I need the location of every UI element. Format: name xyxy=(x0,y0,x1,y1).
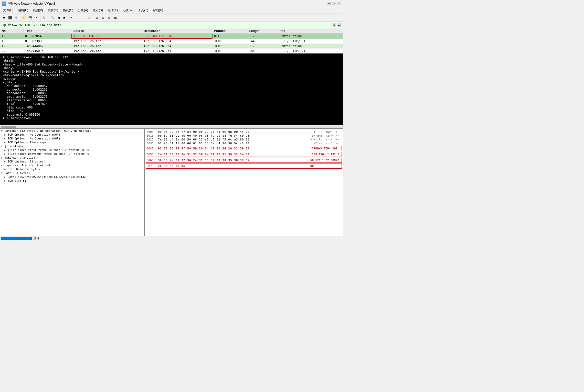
packet-row[interactable]: 1...81.082383192.168.126.132192.168.126.… xyxy=(0,39,343,44)
detail-text: TCP Option - Timestamps xyxy=(8,141,47,144)
filter-input[interactable] xyxy=(2,23,332,27)
packet-row[interactable]: 1...143.444862192.168.126.132192.168.126… xyxy=(0,44,343,49)
menu-item-e[interactable]: 文件(E) xyxy=(1,8,15,13)
detail-line[interactable]: ▶[Time since previous frame in this TCP … xyxy=(0,152,144,156)
goto-button[interactable]: ↩ xyxy=(68,15,73,20)
hex-ascii: ··)[···· )wD···E· xyxy=(310,130,341,134)
menu-item-c[interactable]: 捕获(C) xyxy=(61,8,75,13)
hex-row: 00207e 86 c4 9a 00 50 68 13 a7 d6 81 f5 … xyxy=(146,138,342,141)
mark-button[interactable]: ↑ xyxy=(74,15,80,20)
menu-item-w[interactable]: 无线(W) xyxy=(120,8,135,13)
detail-line[interactable]: ▼[Timestamps] xyxy=(0,144,144,148)
detail-line[interactable]: ▶File Data: 51 bytes xyxy=(0,167,144,171)
detail-line[interactable]: ▶[SEQ/ACK analysis] xyxy=(0,156,144,160)
menu-item-t[interactable]: 工具(T) xyxy=(136,8,150,13)
terminal-line: C:\Users\oneye> xyxy=(3,116,340,120)
filter-controls: ✕ ▶ xyxy=(332,23,341,27)
column-header-protocol[interactable]: Protocol xyxy=(212,29,248,34)
detail-line[interactable]: ▶Data: 50524f585920543443203139322e31363… xyxy=(0,175,144,179)
title-bar-controls: ─ □ ✕ xyxy=(327,2,341,5)
menu-item-g[interactable]: 跳转(G) xyxy=(46,8,60,13)
detail-line[interactable]: ▶[Length: 51] xyxy=(0,179,144,183)
hex-offset: 0000 xyxy=(147,130,156,134)
filter-clear-button[interactable]: ✕ xyxy=(332,23,336,27)
stop-capture-button[interactable]: ⬛ xyxy=(7,15,13,20)
hex-offset: 0010 xyxy=(147,134,156,137)
scrollbar-track[interactable] xyxy=(1,126,343,128)
close-file-button[interactable]: ✕ xyxy=(34,15,39,20)
detail-line[interactable]: ▼Data (51 bytes) xyxy=(0,171,144,175)
detail-line[interactable]: ▶[Time since first frame in this TCP str… xyxy=(0,148,144,152)
column-header-time[interactable]: Time xyxy=(24,29,72,34)
save-file-button[interactable]: 💾 xyxy=(27,15,33,20)
terminal-line: <html> xyxy=(3,59,340,63)
find-button[interactable]: 🔍 xyxy=(49,15,55,20)
column-header-length[interactable]: Length xyxy=(248,29,278,34)
horizontal-scrollbar[interactable] xyxy=(0,125,343,128)
menu-item-v[interactable]: 视图(V) xyxy=(31,8,45,13)
forward-button[interactable]: ▶ xyxy=(62,15,67,20)
hex-bytes: 36 38 2e 31 32 36 2e 31 33 32 20 30 35 3… xyxy=(158,159,308,162)
terminal-window: C:\Users\oneye>curl 192.168.126.132<html… xyxy=(0,53,343,125)
expand-icon: ▶ xyxy=(4,160,7,163)
terminal-line: pretransfer: 0.002273 xyxy=(3,95,340,99)
hex-offset: 0020 xyxy=(147,138,156,141)
column-header-destination[interactable]: Destination xyxy=(142,29,212,34)
detail-line[interactable]: ▶TCP Option - No-Operation (NOP) xyxy=(0,137,144,140)
filter-next-button[interactable]: ▶ xyxy=(337,23,341,27)
menu-item-y[interactable]: 电话(Y) xyxy=(105,8,120,13)
expand-icon: ▶ xyxy=(4,141,7,144)
packet-table-body: 1...81.082054192.168.126.132192.168.126.… xyxy=(0,34,343,53)
column-header-no[interactable]: No. xyxy=(0,29,24,34)
packet-row[interactable]: 2...143.445015192.168.126.132192.168.126… xyxy=(0,49,343,53)
menu-item-s[interactable]: 统计(S) xyxy=(91,8,105,13)
hex-bytes: 7e 86 c4 9a 00 50 68 13 a7 d6 81 f5 0c a… xyxy=(158,138,308,141)
back-button[interactable]: ◀ xyxy=(56,15,61,20)
zoom-reset-button[interactable]: ⊙ xyxy=(107,15,112,20)
detail-text: TCP Option - No-Operation (NOP) xyxy=(8,133,60,136)
detail-line[interactable]: ▼Hypertext Transfer Protocol xyxy=(0,164,144,167)
expand-icon: ▼ xyxy=(1,129,4,132)
column-header-info[interactable]: Info xyxy=(278,29,343,34)
packet-details-panel: ▼Options: (12 bytes), No-Operation (NOP)… xyxy=(0,129,145,236)
start-capture-button[interactable]: ■ xyxy=(1,15,7,20)
terminal-line: appconnect: 0.000000 xyxy=(3,91,340,95)
resize-columns-button[interactable]: ⊞ xyxy=(113,15,118,20)
expand-icon: ▼ xyxy=(1,172,4,175)
reload-button[interactable]: ↻ xyxy=(41,15,47,20)
title-bar: 🦈 *VMware Network Adapter VMnet8 ─ □ ✕ xyxy=(0,0,343,7)
terminal-line: <center><h1>400 Bad Request</h1></center… xyxy=(3,70,340,73)
detail-line[interactable]: ▼Options: (12 bytes), No-Operation (NOP)… xyxy=(0,129,144,133)
hex-dump-panel: 000000 0c 29 5b f7 84 00 0c 29 77 44 96 … xyxy=(145,129,343,236)
hex-offset: 0030 xyxy=(147,142,156,145)
expand-icon: ▶ xyxy=(4,149,7,151)
terminal-line: size: 157 xyxy=(3,109,340,113)
restart-capture-button[interactable]: ↺ xyxy=(13,15,19,20)
menu-item-e[interactable]: 编辑(E) xyxy=(16,8,30,13)
zoom-in-button[interactable]: ⊕ xyxy=(94,15,100,20)
menu-item-a[interactable]: 分析(A) xyxy=(76,8,90,13)
toolbar-separator-1 xyxy=(20,15,20,20)
detail-line[interactable]: ▶TCP payload (51 bytes) xyxy=(0,160,144,164)
detail-text: Hypertext Transfer Protocol xyxy=(5,164,50,167)
menu-item-h[interactable]: 帮助(H) xyxy=(151,8,165,13)
maximize-button[interactable]: □ xyxy=(332,2,336,5)
col-format-button[interactable]: ≡ xyxy=(86,15,92,20)
hex-ascii: ·g··@·@· ·z··~··· xyxy=(310,134,341,137)
filter-bar: ✕ ▶ xyxy=(1,22,342,28)
hex-ascii: ~····Ph· ········ xyxy=(310,138,341,141)
scroll-down-button[interactable]: ↓ xyxy=(80,15,86,20)
packet-table-header: No.TimeSourceDestinationProtocolLengthIn… xyxy=(0,29,343,34)
close-button[interactable]: ✕ xyxy=(337,2,341,5)
expand-icon: ▶ xyxy=(4,176,7,178)
detail-line[interactable]: ▶TCP Option - No-Operation (NOP) xyxy=(0,133,144,137)
column-header-source[interactable]: Source xyxy=(72,29,142,34)
hex-offset: 0070 xyxy=(147,165,156,168)
zoom-out-button[interactable]: ⊖ xyxy=(100,15,106,20)
packet-row[interactable]: 1...81.082054192.168.126.132192.168.126.… xyxy=(0,34,343,39)
detail-line[interactable]: ▶TCP Option - Timestamps xyxy=(0,140,144,144)
hex-bytes: 20 38 30 0d 0a xyxy=(158,165,308,168)
minimize-button[interactable]: ─ xyxy=(327,2,331,5)
scrollbar-thumb[interactable] xyxy=(1,126,16,128)
open-file-button[interactable]: 📂 xyxy=(21,15,27,20)
